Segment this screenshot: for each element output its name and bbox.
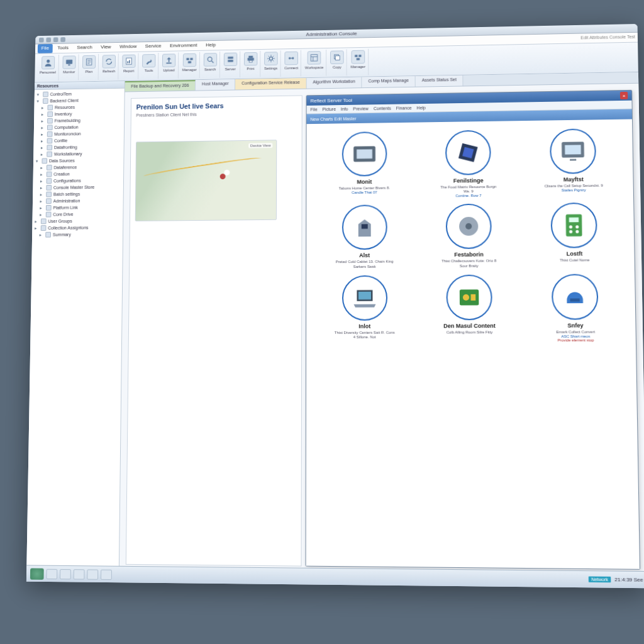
svg-rect-9: [190, 58, 192, 60]
tree-node[interactable]: ▸ Summary: [33, 231, 121, 238]
launcher-item[interactable]: Alst Preted Cold Cablet 13. Chain King S…: [318, 204, 411, 269]
ribbon-print[interactable]: Print: [242, 51, 260, 77]
launcher-item[interactable]: Festaborin Thist Challecsovers Kote: Ori…: [421, 204, 516, 269]
menu-window[interactable]: Window: [116, 42, 140, 52]
menu-service[interactable]: Service: [142, 42, 165, 51]
ribbon-refresh[interactable]: Refresh: [100, 53, 119, 80]
menu-tools[interactable]: Tools: [53, 43, 72, 53]
expand-icon[interactable]: ▸: [42, 119, 46, 123]
menu-file[interactable]: File: [38, 44, 53, 53]
ribbon-manager[interactable]: Manager: [180, 52, 200, 79]
ribbon-copy[interactable]: Copy: [328, 49, 347, 75]
launcher-link[interactable]: Candle That 07: [352, 191, 377, 194]
launcher-item[interactable]: Monit Tabons Home Center Bivers 8. Candl…: [318, 131, 411, 199]
child-toolbar-label[interactable]: New Charts Edit Master: [310, 116, 356, 121]
child-menu-item[interactable]: Preview: [353, 106, 369, 111]
ribbon-connect[interactable]: Connect: [282, 50, 301, 77]
helmet-icon: [552, 274, 599, 319]
expand-icon[interactable]: ▸: [42, 112, 46, 116]
svg-rect-16: [249, 60, 252, 62]
expand-icon[interactable]: ▸: [40, 192, 45, 197]
child-menu-item[interactable]: Help: [416, 106, 425, 110]
task-icon[interactable]: [60, 569, 71, 579]
page-title: Prenilon Sun Uet live Sears: [136, 101, 297, 111]
ribbon-plan[interactable]: Plan: [80, 54, 99, 80]
ribbon-wrench[interactable]: Tools: [140, 53, 158, 79]
menu-view[interactable]: View: [97, 43, 114, 52]
ribbon-workspace[interactable]: Workspace: [303, 50, 326, 76]
child-menu-item[interactable]: Info: [341, 107, 348, 111]
expand-icon[interactable]: ▸: [41, 132, 45, 136]
launcher-item[interactable]: Fenilstinge The Food Matrix Resource Bor…: [421, 130, 516, 198]
launcher-desc: Colb Alling Room Silre Fitty: [447, 330, 493, 335]
launcher-link[interactable]: Contine. Row 7: [455, 194, 481, 197]
expand-icon[interactable]: ▸: [41, 145, 45, 150]
task-icon[interactable]: [74, 569, 85, 579]
expand-icon[interactable]: ▸: [40, 165, 45, 170]
ribbon-user[interactable]: Personnel: [37, 55, 59, 81]
launcher-link-alt[interactable]: Provide element stop: [557, 338, 594, 342]
expand-icon[interactable]: ▸: [42, 106, 46, 110]
collapse-icon[interactable]: ▾: [36, 99, 41, 103]
folder-icon: [47, 131, 53, 137]
document-tab[interactable]: Assets Status Set: [416, 75, 464, 87]
ribbon-upload[interactable]: Upload: [160, 52, 179, 79]
collapse-icon[interactable]: ▾: [37, 92, 42, 97]
child-menu-item[interactable]: Picture: [322, 107, 336, 111]
manager-icon: [183, 53, 196, 67]
expand-icon[interactable]: ▸: [40, 233, 44, 237]
launcher-item[interactable]: Inlot Thist Diversity Centers Sait R. Co…: [318, 275, 412, 343]
collapse-icon[interactable]: ▾: [36, 159, 40, 164]
expand-icon[interactable]: ▸: [40, 172, 45, 177]
folder-icon: [47, 105, 53, 111]
expand-icon[interactable]: ▸: [40, 186, 45, 190]
launcher-item[interactable]: Den Masul Content Colb Alling Room Silre…: [421, 274, 517, 342]
ribbon-label: Monitor: [63, 70, 75, 74]
launcher-link[interactable]: Stailes Pigntry: [562, 188, 586, 192]
folder-icon: [46, 212, 52, 218]
child-menu-item[interactable]: File: [310, 108, 317, 112]
expand-icon[interactable]: ▸: [35, 226, 39, 230]
task-icon[interactable]: [101, 569, 112, 579]
document-tab[interactable]: Configuration Service Release: [235, 78, 306, 89]
menu-environment[interactable]: Environment: [166, 41, 201, 50]
sidebar: Resources ▾ ControlTem ▾ Backend Client …: [26, 81, 125, 571]
launcher-item[interactable]: Lostft Thist Cutel Nome: [526, 203, 623, 268]
menu-search[interactable]: Search: [74, 43, 96, 53]
svg-point-18: [289, 57, 291, 59]
ribbon-report[interactable]: Report: [119, 53, 138, 80]
launcher-item[interactable]: Mayftst Clisere the Call Setup Secondst.…: [525, 128, 621, 197]
expand-icon[interactable]: ▸: [40, 179, 45, 183]
expand-icon[interactable]: ▸: [40, 199, 44, 203]
document-tab[interactable]: Algorithm Workstation: [307, 77, 362, 89]
expand-icon[interactable]: ▸: [41, 139, 45, 143]
launcher-item[interactable]: Snfey Emark Collect Convert ASC Shart me…: [527, 274, 625, 342]
tray-network[interactable]: Network: [589, 576, 611, 582]
ribbon-label: Refresh: [103, 69, 115, 73]
expand-icon[interactable]: ▸: [35, 219, 39, 224]
launcher-desc: Thist Cutel Nome: [560, 258, 589, 264]
task-icon[interactable]: [87, 569, 98, 579]
workspace-icon: [308, 51, 321, 65]
launcher-desc: The Food Matrix Resource Borgn We. 9: [436, 185, 500, 194]
expand-icon[interactable]: ▸: [40, 206, 44, 210]
task-icon[interactable]: [46, 569, 57, 579]
ribbon-monitor[interactable]: Monitor: [60, 54, 79, 80]
menu-help[interactable]: Help: [202, 41, 219, 50]
expand-icon[interactable]: ▸: [41, 152, 45, 157]
ribbon-label: Plan: [86, 70, 93, 74]
ribbon-manager[interactable]: Manager: [348, 49, 369, 75]
document-tab[interactable]: Comp Maps Manage: [362, 76, 416, 87]
expand-icon[interactable]: ▸: [40, 213, 44, 217]
document-tab[interactable]: File Backup and Recovery 206: [125, 80, 196, 91]
expand-icon[interactable]: ▸: [41, 125, 45, 130]
child-menu-item[interactable]: Contents: [374, 106, 391, 111]
map-widget[interactable]: Device View: [135, 140, 277, 221]
child-menu-item[interactable]: Finance: [396, 106, 412, 110]
document-tab[interactable]: Host Manager: [196, 79, 235, 91]
ribbon-server[interactable]: Server: [221, 52, 240, 78]
close-icon[interactable]: ×: [620, 92, 628, 99]
start-button[interactable]: [30, 568, 44, 579]
ribbon-search[interactable]: Search: [201, 52, 219, 78]
ribbon-gear[interactable]: Settings: [262, 50, 280, 77]
